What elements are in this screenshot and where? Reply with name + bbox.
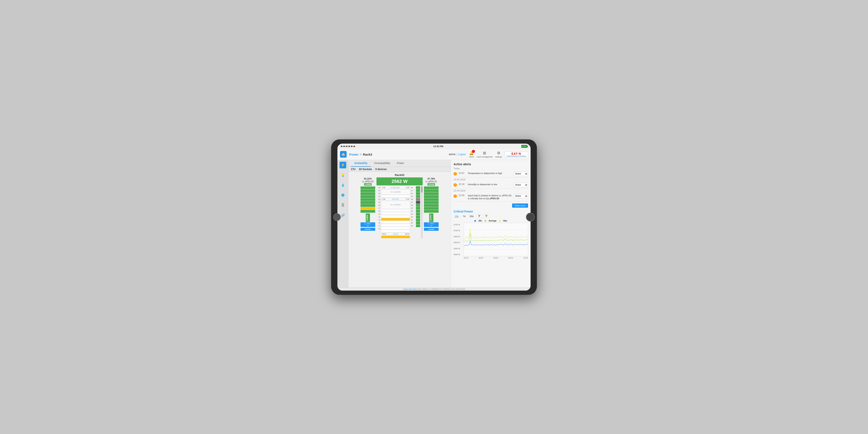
asset-management-nav-button[interactable]: ⊞ Asset management: [476, 151, 493, 158]
right-pdu-label: LL.ePDU.01: [426, 180, 437, 183]
left-pdu-details-button[interactable]: Details: [361, 228, 375, 231]
alert-time-1: 10:02: [459, 172, 466, 174]
alert-item-2: ! 22:18 Humidity in datacenter is low Ac…: [454, 182, 528, 189]
right-slot-5: [424, 198, 439, 201]
right-slot-6: [424, 201, 439, 204]
left-pdu-device: LL.ePDU.02: [361, 222, 375, 227]
asset-management-label: Asset management: [476, 156, 493, 158]
left-slot-2: [361, 189, 375, 192]
left-slot-1: [361, 186, 375, 189]
alert-msg-1: Temperature in datacenter is high: [468, 172, 512, 175]
rack-slots: 2 W LL.bios.swit... 5 W 2U available 2 W…: [381, 186, 410, 238]
left-slot-7: [361, 204, 375, 207]
alert-status-select-2[interactable]: Active Resolved: [514, 183, 528, 187]
breadcrumb-power[interactable]: Power: [349, 153, 359, 156]
chart-legend: Min Average Max: [454, 220, 528, 222]
rack-scrollbar[interactable]: [421, 186, 423, 238]
legal-info-link[interactable]: Legal Information: [403, 288, 417, 290]
slot-24[interactable]: 2 W LL.bios.swit... 5 W: [381, 186, 410, 189]
eaton-logo: EAT·N Powering Business Worldwide: [504, 151, 528, 157]
sidebar-icon-chip[interactable]: 💠: [340, 192, 346, 198]
rack-center: 2562 W 24 23 22 21 20 19: [376, 178, 423, 238]
left-slot-yellow: [361, 207, 375, 210]
slot-21[interactable]: 2 W RC3-IPC 0 W: [381, 198, 410, 200]
avg-legend-label: Average: [489, 220, 497, 222]
tab-availability[interactable]: Availability: [351, 160, 371, 167]
breadcrumb: Power > Rack3: [349, 153, 446, 156]
nav-logout-link[interactable]: Logout: [458, 153, 466, 156]
bell-icon: 🔔 7: [469, 151, 474, 155]
left-slot-4: [361, 195, 375, 198]
top-nav: 🏠 Power > Rack3 admin | Logout 🔔 7 Alert…: [337, 149, 531, 160]
date-to-input[interactable]: 📅: [484, 214, 489, 218]
eaton-sub-text: Powering Business Worldwide: [506, 155, 526, 157]
eaton-brand-text: EAT·N: [512, 152, 521, 155]
alert-status-select-3[interactable]: Active Resolved: [514, 194, 528, 198]
chart-controls: 24h 7d 30d 📅 📅: [454, 214, 528, 218]
sidebar-icon-power[interactable]: ⚡: [340, 162, 346, 168]
avg-legend-dot: [485, 220, 486, 222]
left-pdu-label: LL.ePDU.02: [362, 180, 374, 183]
alerts-title: Active alerts: [454, 162, 528, 166]
time-btn-24h[interactable]: 24h: [454, 215, 460, 218]
critical-power-title: Critical Power: [454, 210, 528, 213]
time-btn-30d[interactable]: 30d: [468, 215, 475, 218]
slot-11[interactable]: 40 W marvin 45 W: [381, 232, 410, 236]
chart-x-labels: 12:22 18:22 00:22 06:22 12:22: [454, 256, 528, 259]
slot-10: [381, 236, 410, 238]
right-pdu-device: LL.ePDU.01: [424, 222, 439, 227]
alert-item-3: ! 12:00 Input load (1 phase) in device L…: [454, 193, 528, 202]
right-pdu-column: 47.78% LL.ePDU.01 1224W: [424, 178, 439, 231]
alert-date-today: Today: [454, 167, 528, 169]
tab-power[interactable]: Power: [394, 160, 407, 167]
date-from-input[interactable]: 📅: [476, 214, 482, 218]
home-button[interactable]: 🏠: [340, 151, 347, 158]
right-pdu-details-button[interactable]: Details: [424, 228, 439, 231]
critical-power-section: Critical Power 24h 7d 30d 📅 📅: [454, 210, 528, 259]
right-slot-7: [424, 204, 439, 207]
alert-status-select-1[interactable]: Active Resolved: [514, 172, 528, 176]
rack-units-area: 24 23 22 21 20 19 18 17 16 15: [376, 186, 423, 238]
chart-y-labels: 2754 W 2700 W 2650 W 2600 W 2550 W 2509 …: [454, 223, 463, 256]
right-slot-9: [424, 210, 439, 213]
scrollbar-thumb[interactable]: [421, 186, 423, 192]
view-more-button[interactable]: View more: [512, 204, 528, 208]
alert-icon-2: !: [454, 183, 457, 187]
alert-date-3: 22-04-2016: [454, 189, 528, 192]
left-pdu-slots: [361, 186, 375, 213]
right-pdu-percent: 47.78%: [427, 178, 435, 180]
left-button[interactable]: [333, 213, 341, 221]
nav-separator: |: [457, 153, 457, 156]
tabs-bar: Availability Incompatibility Power: [348, 160, 451, 167]
right-slot-2: [424, 189, 439, 192]
right-slot-8: [424, 207, 439, 210]
right-button[interactable]: [526, 213, 535, 221]
bios-info: Bios Alpha 0.1.1459860375~b798405 12:24 …: [418, 288, 465, 290]
slot-17: [381, 215, 410, 218]
time-btn-7d[interactable]: 7d: [462, 215, 467, 218]
settings-label: Settings: [495, 156, 502, 158]
settings-nav-button[interactable]: ⚙ Settings: [495, 151, 502, 158]
rack-title: Rack03: [350, 174, 449, 177]
sidebar-icon-storage[interactable]: 🗄: [340, 202, 346, 209]
breadcrumb-separator: >: [360, 153, 362, 156]
settings-icon: ⚙: [497, 151, 500, 155]
alert-icon-1: !: [454, 172, 457, 176]
sidebar-icon-light[interactable]: 💡: [340, 172, 346, 179]
power-chart-svg: [464, 223, 528, 256]
nav-icons: 🔔 7 Alerts ⊞ Asset management ⚙ Settings: [469, 151, 528, 158]
alert-date-2: 14-05-2016: [454, 178, 528, 181]
alerts-nav-button[interactable]: 🔔 7 Alerts: [469, 151, 474, 158]
nav-right: admin | Logout 🔔 7 Alerts ⊞ Asset manage…: [449, 151, 528, 158]
slot-14: [381, 224, 410, 226]
unit-numbers-right: 42 41 40 39 38 37 36 35 34 33: [410, 186, 415, 238]
tab-incompatibility[interactable]: Incompatibility: [371, 160, 394, 167]
main-content: ⚡ 💡 💧 💠 🗄 🔗 Availability Incompatibility…: [337, 160, 531, 287]
status-time: 14:30 PM: [433, 145, 443, 148]
right-pdu-vertical-watts: 1224W: [429, 214, 433, 222]
sidebar-icon-water[interactable]: 💧: [340, 182, 346, 189]
left-sidebar: ⚡ 💡 💧 💠 🗄 🔗: [337, 160, 348, 287]
breadcrumb-current: Rack3: [363, 153, 372, 156]
left-pdu-percent: 52.22%: [364, 178, 372, 180]
left-slot-6: [361, 201, 375, 204]
